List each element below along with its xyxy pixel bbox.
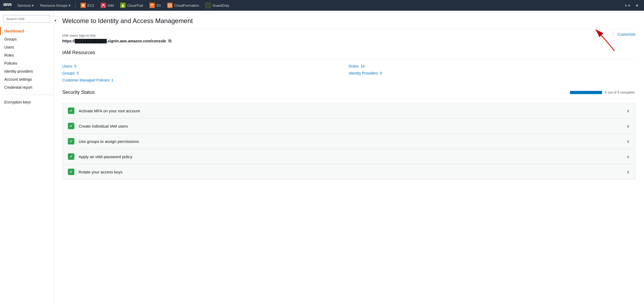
nav-service-guardduty[interactable]: GuardDuty	[203, 0, 232, 11]
sidebar-nav: Dashboard Groups Users Roles Policies Id…	[0, 27, 53, 91]
nav-service-s3[interactable]: S3	[147, 0, 163, 11]
nav-service-cloudtrail[interactable]: CloudTrail	[118, 0, 146, 11]
cloudtrail-label: CloudTrail	[127, 3, 143, 8]
resource-users[interactable]: Users: 5	[62, 63, 349, 69]
user-menu[interactable]: Ir ▾	[623, 3, 632, 8]
security-item-iam-users-label: Create individual IAM users	[79, 124, 622, 128]
nav-service-cloudformation[interactable]: CloudFormation	[164, 0, 202, 11]
expand-icon-groups[interactable]: ∨	[627, 139, 630, 144]
security-item-password-policy-label: Apply an IAM password policy	[79, 154, 622, 159]
security-item-password-policy: ✓ Apply an IAM password policy ∨	[63, 149, 635, 164]
sidebar-link-roles[interactable]: Roles	[0, 51, 53, 59]
cloudformation-icon	[167, 3, 173, 8]
ec2-icon	[80, 3, 86, 8]
s3-icon	[149, 3, 155, 8]
resource-groups-chevron-icon: ▾	[69, 3, 71, 8]
services-chevron-icon: ▾	[32, 3, 34, 8]
services-menu[interactable]: Services ▾	[15, 0, 36, 11]
bookmarks-icon[interactable]: ★	[633, 3, 641, 8]
sidebar-link-account-settings[interactable]: Account settings	[0, 75, 53, 83]
resource-groups-menu[interactable]: Resource Groups ▾	[38, 0, 73, 11]
expand-icon-access-keys[interactable]: ∨	[627, 169, 630, 175]
security-item-mfa: ✓ Activate MFA on your root account ∨	[63, 103, 635, 118]
resources-grid: Users: 5 Roles: 14 Groups: 5 Identity Pr…	[62, 63, 635, 83]
sidebar-item-encryption-keys[interactable]: Encryption keys	[0, 98, 53, 106]
nav-service-iam[interactable]: IAM	[98, 0, 116, 11]
sidebar-collapse-button[interactable]: ◀	[53, 16, 57, 24]
sidebar-link-credential-report[interactable]: Credential report	[0, 83, 53, 91]
security-item-access-keys: ✓ Rotate your access keys ∨	[63, 164, 635, 179]
sidebar-item-identity-providers[interactable]: Identity providers	[0, 67, 53, 75]
check-icon-iam-users: ✓	[68, 123, 74, 129]
sidebar-bottom-nav: Encryption keys	[0, 98, 53, 106]
sidebar-item-policies[interactable]: Policies	[0, 59, 53, 67]
sidebar: Dashboard Groups Users Roles Policies Id…	[0, 11, 54, 304]
check-icon-groups: ✓	[68, 138, 74, 144]
iam-icon	[101, 3, 106, 8]
security-item-iam-users: ✓ Create individual IAM users ∨	[63, 118, 635, 134]
sidebar-item-roles[interactable]: Roles	[0, 51, 53, 59]
sidebar-item-credential-report[interactable]: Credential report	[0, 83, 53, 91]
sidebar-link-groups[interactable]: Groups	[0, 35, 53, 43]
iam-resources-title: IAM Resources	[62, 50, 635, 55]
sidebar-item-users[interactable]: Users	[0, 43, 53, 51]
security-items-list: ✓ Activate MFA on your root account ∨ ✓ …	[62, 103, 635, 180]
security-status-header: Security Status 5 out of 5 complete.	[62, 90, 635, 95]
signin-link-url: https://████████████.signin.aws.amazon.c…	[62, 39, 635, 43]
check-icon-password-policy: ✓	[68, 153, 74, 160]
main-content: Welcome to Identity and Access Managemen…	[54, 11, 644, 304]
sidebar-divider	[0, 95, 53, 95]
sidebar-link-users[interactable]: Users	[0, 43, 53, 51]
progress-bar	[570, 91, 602, 94]
resource-roles[interactable]: Roles: 14	[349, 63, 635, 69]
check-icon-access-keys: ✓	[68, 169, 74, 175]
search-input[interactable]	[3, 15, 50, 23]
iam-label: IAM	[108, 3, 114, 8]
user-chevron-icon: ▾	[628, 3, 630, 8]
check-icon-mfa: ✓	[68, 107, 74, 114]
s3-label: S3	[156, 3, 161, 8]
cloudtrail-icon	[120, 3, 126, 8]
resource-managed-policies[interactable]: Customer Managed Policies: 1	[62, 77, 349, 83]
progress-container: 5 out of 5 complete.	[570, 90, 635, 94]
signin-link-label: IAM users sign-in link:	[62, 34, 635, 38]
copy-icon[interactable]: ⧉	[168, 39, 171, 43]
signin-url-text: https://████████████.signin.aws.amazon.c…	[62, 39, 166, 43]
security-item-access-keys-label: Rotate your access keys	[79, 170, 622, 174]
customize-link[interactable]: Customize	[618, 32, 635, 36]
sidebar-item-dashboard[interactable]: Dashboard	[0, 27, 53, 35]
resource-groups[interactable]: Groups: 5	[62, 70, 349, 76]
expand-icon-password-policy[interactable]: ∨	[627, 154, 630, 159]
security-divider	[62, 98, 635, 99]
security-item-groups-label: Use groups to assign permissions	[79, 139, 622, 144]
security-status-title: Security Status	[62, 90, 95, 95]
expand-icon-mfa[interactable]: ∨	[627, 108, 630, 113]
security-item-mfa-label: Activate MFA on your root account	[79, 109, 622, 113]
guardduty-label: GuardDuty	[212, 3, 229, 8]
nav-divider-1	[75, 3, 76, 8]
svg-point-2	[151, 4, 153, 5]
resource-identity-providers[interactable]: Identity Providers: 0	[349, 70, 635, 76]
title-divider	[62, 29, 635, 29]
collapse-icon: ◀	[54, 19, 56, 22]
nav-service-ec2[interactable]: EC2	[78, 0, 97, 11]
search-box	[3, 15, 50, 23]
user-label: Ir	[625, 3, 627, 8]
guardduty-icon	[205, 3, 211, 8]
ec2-label: EC2	[87, 3, 94, 8]
cloudformation-label: CloudFormation	[174, 3, 199, 8]
customize-divider	[613, 32, 613, 37]
sidebar-item-account-settings[interactable]: Account settings	[0, 75, 53, 83]
sidebar-link-encryption-keys[interactable]: Encryption keys	[0, 98, 53, 106]
sidebar-item-groups[interactable]: Groups	[0, 35, 53, 43]
progress-text: 5 out of 5 complete.	[605, 90, 635, 94]
app-layout: Dashboard Groups Users Roles Policies Id…	[0, 11, 644, 304]
aws-logo[interactable]: aws ___	[3, 2, 12, 9]
expand-icon-iam-users[interactable]: ∨	[627, 124, 630, 129]
sidebar-link-dashboard[interactable]: Dashboard	[0, 27, 53, 35]
top-navigation: aws ___ Services ▾ Resource Groups ▾ EC2…	[0, 0, 644, 11]
sidebar-link-identity-providers[interactable]: Identity providers	[0, 67, 53, 75]
signin-link-section: IAM users sign-in link: https://████████…	[62, 34, 635, 43]
security-item-groups: ✓ Use groups to assign permissions ∨	[63, 134, 635, 149]
sidebar-link-policies[interactable]: Policies	[0, 59, 53, 67]
